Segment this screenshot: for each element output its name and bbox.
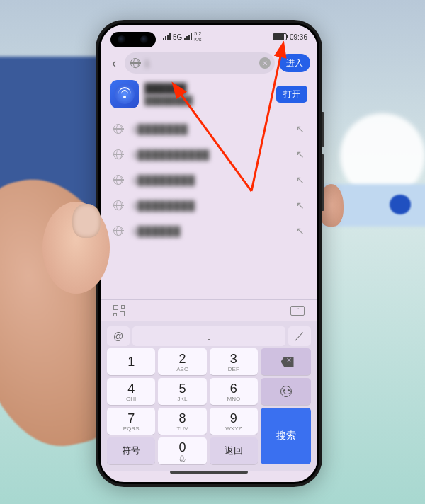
key-9[interactable]: 9WXYZ bbox=[210, 408, 258, 435]
camera-cutout bbox=[110, 32, 156, 47]
at-key[interactable]: @ bbox=[107, 326, 130, 346]
globe-icon bbox=[113, 175, 123, 185]
key-1[interactable]: 1 bbox=[107, 348, 155, 375]
thumb-nail bbox=[72, 204, 101, 238]
backspace-icon bbox=[278, 357, 294, 367]
slash-key[interactable]: ／ bbox=[288, 326, 311, 346]
mic-icon bbox=[181, 455, 184, 460]
history-text: 1██████ bbox=[132, 226, 288, 236]
svg-line-0 bbox=[251, 53, 281, 191]
key-0[interactable]: 0 bbox=[158, 437, 206, 464]
search-key[interactable]: 搜索 bbox=[261, 408, 311, 464]
globe-icon bbox=[113, 124, 123, 134]
svg-line-1 bbox=[179, 92, 251, 191]
globe-icon bbox=[113, 149, 123, 159]
return-key[interactable]: 返回 bbox=[210, 437, 258, 464]
battery-icon bbox=[273, 33, 287, 40]
backspace-key[interactable] bbox=[261, 348, 311, 375]
key-4[interactable]: 4GHI bbox=[107, 378, 155, 405]
keyboard-toolbar: ˅ bbox=[101, 299, 317, 321]
network-label: 5G bbox=[173, 33, 182, 41]
emoji-key[interactable] bbox=[261, 378, 311, 405]
dot-key[interactable]: . bbox=[132, 326, 285, 346]
background-object bbox=[390, 195, 411, 214]
arrow-up-left-icon: ↖ bbox=[296, 225, 305, 236]
key-3[interactable]: 3DEF bbox=[210, 348, 258, 375]
symbol-key[interactable]: 符号 bbox=[107, 437, 155, 464]
back-button[interactable]: ‹ bbox=[108, 56, 120, 71]
nav-gesture-bar[interactable] bbox=[101, 471, 317, 482]
signal-icon bbox=[163, 33, 171, 40]
smile-icon bbox=[280, 386, 292, 397]
clock: 09:36 bbox=[290, 33, 307, 41]
key-7[interactable]: 7PQRS bbox=[107, 408, 155, 435]
annotation-arrow bbox=[159, 42, 301, 222]
key-5[interactable]: 5JKL bbox=[158, 378, 206, 405]
globe-icon bbox=[130, 58, 140, 68]
grid-icon[interactable] bbox=[113, 305, 125, 316]
key-8[interactable]: 8TUV bbox=[158, 408, 206, 435]
net-speed: 5.2 K/s bbox=[194, 31, 201, 42]
volume-down-button bbox=[322, 154, 324, 211]
key-2[interactable]: 2ABC bbox=[158, 348, 206, 375]
keyboard-collapse-icon[interactable]: ˅ bbox=[290, 306, 305, 316]
wifi-app-icon bbox=[110, 80, 139, 108]
globe-icon bbox=[113, 200, 123, 210]
key-6[interactable]: 6MNO bbox=[210, 378, 258, 405]
keyboard: @ . ／ 1 2ABC 3DEF 4GHI 5JKL 6MNO 7PQRS 8… bbox=[101, 321, 317, 471]
volume-up-button bbox=[322, 112, 324, 147]
globe-icon bbox=[113, 226, 123, 236]
wifi-signal-icon bbox=[184, 33, 192, 40]
